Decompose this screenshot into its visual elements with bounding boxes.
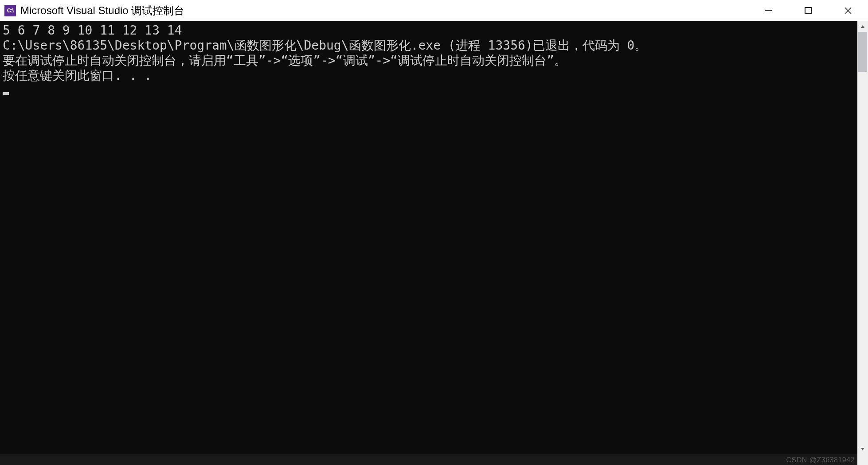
- window-controls: [748, 0, 868, 21]
- output-line: 5 6 7 8 9 10 11 12 13 14: [3, 23, 182, 38]
- output-line: 按任意键关闭此窗口. . .: [3, 68, 152, 83]
- watermark-text: CSDN @Z36381942: [786, 456, 855, 464]
- minimize-button[interactable]: [748, 0, 788, 21]
- maximize-icon: [804, 7, 812, 15]
- maximize-button[interactable]: [788, 0, 828, 21]
- vertical-scrollbar[interactable]: [857, 21, 868, 454]
- console-output: 5 6 7 8 9 10 11 12 13 14 C:\Users\86135\…: [0, 21, 857, 100]
- svg-marker-4: [861, 25, 864, 28]
- scroll-up-button[interactable]: [857, 21, 868, 32]
- scroll-down-button[interactable]: [857, 444, 868, 454]
- output-line: 要在调试停止时自动关闭控制台，请启用“工具”->“选项”->“调试”->“调试停…: [3, 53, 567, 68]
- app-icon: C:\: [4, 5, 16, 16]
- svg-rect-1: [805, 8, 811, 14]
- chevron-up-icon: [860, 24, 865, 29]
- console-area[interactable]: 5 6 7 8 9 10 11 12 13 14 C:\Users\86135\…: [0, 21, 857, 454]
- close-button[interactable]: [828, 0, 868, 21]
- svg-marker-5: [861, 448, 864, 450]
- close-icon: [844, 7, 852, 15]
- minimize-icon: [764, 7, 772, 15]
- window-title: Microsoft Visual Studio 调试控制台: [20, 4, 748, 18]
- app-icon-label: C:\: [7, 7, 13, 14]
- output-line: C:\Users\86135\Desktop\Program\函数图形化\Deb…: [3, 38, 647, 53]
- chevron-down-icon: [860, 447, 865, 451]
- scroll-thumb[interactable]: [858, 32, 867, 72]
- titlebar: C:\ Microsoft Visual Studio 调试控制台: [0, 0, 868, 21]
- cursor: [3, 92, 9, 95]
- horizontal-scrollbar[interactable]: [0, 454, 857, 465]
- scrollbar-corner: [857, 454, 868, 465]
